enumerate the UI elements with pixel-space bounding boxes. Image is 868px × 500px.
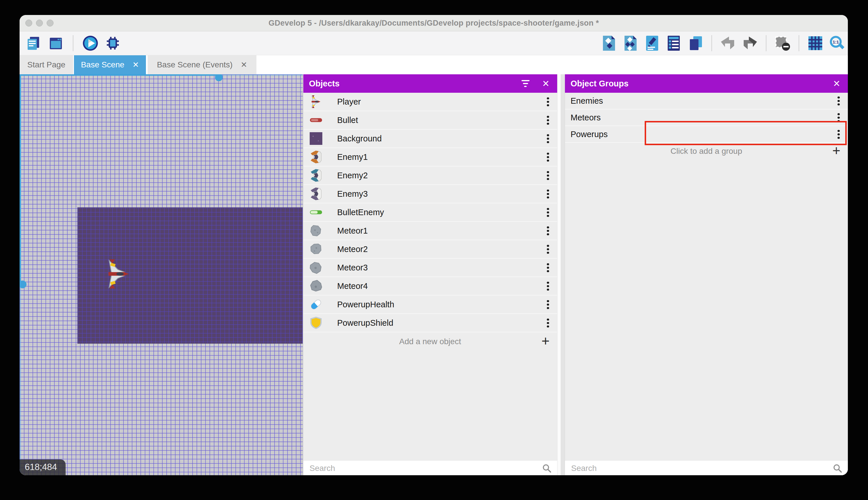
- object-row-enemy2[interactable]: Enemy2: [303, 167, 557, 185]
- object-row-player[interactable]: Player: [303, 93, 557, 111]
- add-object-label: Add a new object: [399, 337, 461, 346]
- background-sprite-icon: [309, 132, 323, 146]
- tab-base-scene-events[interactable]: Base Scene (Events) ✕: [148, 55, 256, 74]
- object-row-bullet[interactable]: Bullet: [303, 111, 557, 129]
- debug-bug-icon: [105, 35, 120, 51]
- object-row-bulletenemy[interactable]: BulletEnemy: [303, 203, 557, 222]
- open-scene-window-button[interactable]: [48, 35, 64, 51]
- window-title: GDevelop 5 - /Users/dkarakay/Documents/G…: [269, 19, 599, 28]
- vertical-scrollbar-thumb[interactable]: [20, 281, 26, 288]
- object-groups-title: Object Groups: [565, 79, 629, 88]
- bullet-enemy-sprite-icon: [309, 205, 323, 219]
- close-window-button[interactable]: [25, 20, 32, 26]
- render-mask-icon: [774, 35, 790, 51]
- scene-canvas[interactable]: 618;484: [20, 74, 303, 475]
- add-group-button[interactable]: Click to add a group +: [565, 143, 848, 160]
- tab-base-scene[interactable]: Base Scene ✕: [74, 55, 146, 74]
- kebab-menu-icon[interactable]: [546, 225, 550, 237]
- search-icon: [542, 464, 551, 473]
- groups-search-input[interactable]: [571, 463, 833, 473]
- tab-bar: Start Page Base Scene ✕ Base Scene (Even…: [20, 55, 848, 74]
- kebab-menu-icon[interactable]: [546, 280, 550, 292]
- kebab-menu-icon[interactable]: [546, 262, 550, 274]
- group-row-meteors[interactable]: Meteors: [565, 110, 848, 126]
- add-group-label: Click to add a group: [671, 147, 742, 156]
- health-pill-sprite-icon: [309, 297, 323, 311]
- object-groups-close-icon[interactable]: ✕: [833, 79, 848, 88]
- kebab-menu-icon[interactable]: [546, 206, 550, 219]
- kebab-menu-icon[interactable]: [837, 112, 840, 124]
- debug-button[interactable]: [105, 35, 121, 51]
- open-object-groups-panel-button[interactable]: [622, 35, 638, 51]
- minimize-window-button[interactable]: [36, 20, 43, 26]
- objects-panel: Objects ✕ Player Bullet: [303, 74, 557, 475]
- zoom-ratio-label: 1:1: [833, 39, 839, 44]
- zoom-1-1-icon: 1:1: [829, 35, 845, 51]
- undo-button[interactable]: [720, 35, 736, 51]
- enemy1-sprite-icon: [309, 150, 323, 164]
- tab-start-page[interactable]: Start Page: [20, 55, 73, 74]
- toolbar-separator: [712, 35, 712, 51]
- meteor-sprite-icon: [306, 258, 326, 277]
- object-row-enemy3[interactable]: Enemy3: [303, 185, 557, 203]
- kebab-menu-icon[interactable]: [546, 133, 550, 145]
- object-groups-page-icon: [623, 35, 638, 51]
- object-row-background[interactable]: Background: [303, 129, 557, 148]
- object-row-meteor2[interactable]: Meteor2: [303, 240, 557, 259]
- zoom-original-button[interactable]: 1:1: [829, 35, 845, 51]
- object-row-enemy1[interactable]: Enemy1: [303, 148, 557, 167]
- toggle-mask-button[interactable]: [774, 35, 790, 51]
- layers-icon: [688, 35, 703, 51]
- redo-button[interactable]: [742, 35, 758, 51]
- kebab-menu-icon[interactable]: [546, 317, 550, 329]
- horizontal-scrollbar[interactable]: [20, 74, 303, 76]
- kebab-menu-icon[interactable]: [837, 95, 840, 107]
- kebab-menu-icon[interactable]: [546, 114, 550, 126]
- objects-panel-title: Objects: [303, 79, 340, 88]
- toggle-grid-button[interactable]: [807, 35, 823, 51]
- object-row-meteor1[interactable]: Meteor1: [303, 222, 557, 240]
- objects-panel-close-icon[interactable]: ✕: [542, 79, 557, 88]
- kebab-menu-icon[interactable]: [546, 298, 550, 311]
- objects-panel-header: Objects ✕: [303, 74, 557, 93]
- kebab-menu-icon[interactable]: [546, 188, 550, 200]
- player-instance[interactable]: [107, 259, 130, 289]
- group-row-enemies[interactable]: Enemies: [565, 93, 848, 110]
- object-row-meteor4[interactable]: Meteor4: [303, 277, 557, 296]
- open-instances-list-button[interactable]: [666, 35, 682, 51]
- add-object-button[interactable]: Add a new object +: [303, 332, 557, 351]
- kebab-menu-icon[interactable]: [546, 151, 550, 163]
- open-layers-panel-button[interactable]: [687, 35, 703, 51]
- groups-search-bar: [565, 460, 848, 475]
- kebab-menu-icon[interactable]: [546, 95, 550, 108]
- project-manager-button[interactable]: [25, 35, 42, 51]
- object-row-powerupshield[interactable]: PowerupShield: [303, 314, 557, 332]
- group-row-powerups[interactable]: Powerups: [565, 126, 848, 143]
- kebab-menu-icon[interactable]: [546, 169, 550, 182]
- tab-close-icon[interactable]: ✕: [132, 61, 139, 69]
- open-properties-panel-button[interactable]: [644, 35, 660, 51]
- maximize-window-button[interactable]: [47, 20, 54, 26]
- object-row-poweruphealth[interactable]: PowerupHealth: [303, 296, 557, 314]
- properties-pencil-icon: [645, 35, 659, 51]
- vertical-scrollbar[interactable]: [20, 74, 21, 475]
- cursor-coordinates-badge: 618;484: [20, 459, 66, 475]
- filter-icon[interactable]: [521, 80, 530, 87]
- traffic-lights: [25, 15, 54, 31]
- tab-close-icon[interactable]: ✕: [241, 61, 247, 69]
- horizontal-scrollbar-fill: [20, 74, 219, 76]
- meteor-sprite-icon: [306, 276, 326, 296]
- tab-label: Start Page: [27, 60, 65, 69]
- object-row-meteor3[interactable]: Meteor3: [303, 259, 557, 277]
- toolbar-separator: [73, 35, 73, 51]
- horizontal-scrollbar-thumb[interactable]: [215, 74, 223, 81]
- shield-sprite-icon: [309, 316, 323, 330]
- objects-panel-scrollbar[interactable]: [557, 74, 561, 475]
- kebab-menu-icon[interactable]: [546, 243, 550, 255]
- play-icon: [82, 35, 98, 51]
- open-objects-panel-button[interactable]: [601, 35, 617, 51]
- preview-play-button[interactable]: [82, 35, 98, 51]
- enemy3-sprite-icon: [309, 187, 323, 201]
- kebab-menu-icon[interactable]: [837, 128, 840, 140]
- objects-search-input[interactable]: [309, 463, 542, 473]
